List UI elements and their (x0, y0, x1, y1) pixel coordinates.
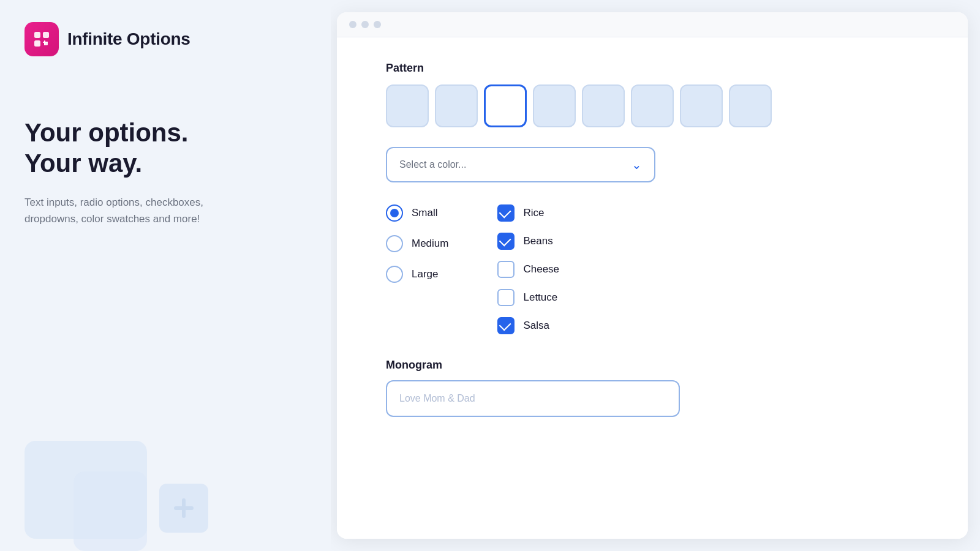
browser-content: Pattern Select a color... ⌄ (337, 37, 968, 539)
swatch-4[interactable] (533, 84, 576, 127)
radio-item-small[interactable]: Small (386, 204, 448, 222)
app-logo-icon (24, 22, 59, 56)
swatch-7[interactable] (680, 84, 723, 127)
monogram-input[interactable] (386, 380, 680, 417)
svg-rect-7 (174, 506, 194, 510)
swatch-8[interactable] (729, 84, 772, 127)
radio-circle-medium (386, 235, 403, 252)
checkbox-item-beans[interactable]: Beans (497, 233, 559, 250)
decorative-shapes (24, 398, 208, 551)
svg-rect-5 (43, 42, 48, 43)
color-dropdown[interactable]: Select a color... ⌄ (386, 147, 655, 182)
right-panel: Pattern Select a color... ⌄ (331, 0, 980, 551)
radio-item-medium[interactable]: Medium (386, 235, 448, 252)
checkbox-item-salsa[interactable]: Salsa (497, 317, 559, 334)
radio-circle-large (386, 266, 403, 283)
checkbox-label-beans: Beans (523, 235, 552, 247)
swatch-2[interactable] (435, 84, 478, 127)
checkbox-cheese (497, 261, 514, 278)
radio-item-large[interactable]: Large (386, 266, 448, 283)
browser-dot-3 (374, 21, 381, 28)
browser-dot-1 (349, 21, 356, 28)
left-panel: Infinite Options Your options. Your way.… (0, 0, 331, 551)
deco-plus (159, 484, 208, 533)
radio-label-medium: Medium (412, 238, 448, 250)
svg-rect-0 (34, 32, 40, 38)
radio-inner-small (390, 209, 399, 217)
checkbox-label-rice: Rice (523, 207, 544, 219)
monogram-section: Monogram (386, 359, 919, 417)
headline: Your options. Your way. (24, 118, 306, 179)
radio-circle-small (386, 204, 403, 222)
color-dropdown-placeholder: Select a color... (399, 159, 466, 170)
browser-bar (337, 12, 968, 37)
logo-area: Infinite Options (24, 22, 306, 56)
svg-rect-1 (43, 32, 49, 38)
checkbox-beans (497, 233, 514, 250)
checkbox-item-lettuce[interactable]: Lettuce (497, 289, 559, 306)
headline-line1: Your options. (24, 118, 306, 148)
browser-dot-2 (361, 21, 369, 28)
swatch-6[interactable] (631, 84, 674, 127)
checkbox-group: Rice Beans Cheese Lettuce (497, 204, 559, 334)
checkbox-rice (497, 204, 514, 222)
chevron-down-icon: ⌄ (631, 157, 642, 172)
swatch-3[interactable] (484, 84, 527, 127)
headline-line2: Your way. (24, 148, 306, 179)
options-row: Small Medium Large Rice (386, 204, 919, 334)
checkbox-label-salsa: Salsa (523, 320, 549, 332)
radio-label-large: Large (412, 268, 438, 280)
subtext: Text inputs, radio options, checkboxes, … (24, 194, 257, 227)
deco-rect-2 (74, 471, 147, 551)
radio-label-small: Small (412, 207, 438, 219)
browser-window: Pattern Select a color... ⌄ (337, 12, 968, 539)
app-title: Infinite Options (67, 29, 190, 49)
svg-rect-2 (34, 40, 40, 47)
swatch-5[interactable] (582, 84, 625, 127)
pattern-label: Pattern (386, 62, 919, 75)
checkbox-lettuce (497, 289, 514, 306)
radio-group: Small Medium Large (386, 204, 448, 283)
pattern-swatches (386, 84, 919, 127)
checkbox-item-cheese[interactable]: Cheese (497, 261, 559, 278)
checkbox-salsa (497, 317, 514, 334)
monogram-label: Monogram (386, 359, 919, 372)
checkbox-label-cheese: Cheese (523, 263, 559, 276)
swatch-1[interactable] (386, 84, 429, 127)
checkbox-item-rice[interactable]: Rice (497, 204, 559, 222)
checkbox-label-lettuce: Lettuce (523, 291, 557, 304)
